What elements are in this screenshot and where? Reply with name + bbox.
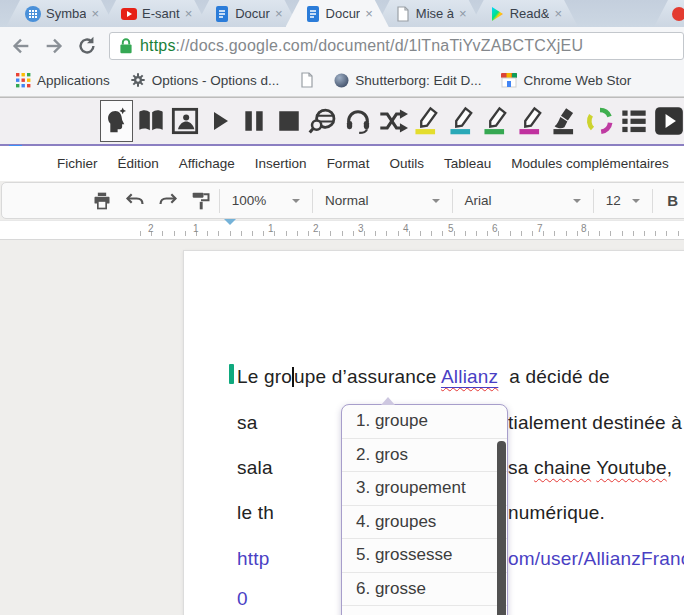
text-fragment[interactable]: sa [508, 457, 534, 478]
doc-line-4-left[interactable]: le th [237, 500, 274, 526]
zoom-select[interactable]: 100% [222, 188, 310, 214]
chevron-down-icon [573, 199, 581, 203]
menu-edition[interactable]: Édition [109, 150, 168, 177]
menu-insertion[interactable]: Insertion [246, 150, 316, 177]
text-fragment[interactable]: upe d’assurance [294, 366, 441, 387]
back-button[interactable] [10, 34, 33, 58]
tab-close-icon[interactable]: × [554, 7, 562, 20]
tab-close-icon[interactable]: × [275, 7, 283, 20]
menu-outils[interactable]: Outils [380, 150, 433, 177]
tab-document-1[interactable]: Docur × [195, 0, 298, 27]
tab-label: Docur [326, 6, 361, 21]
doc-line-6[interactable]: 0 [237, 586, 248, 612]
highlighter-teal-icon[interactable] [446, 101, 477, 141]
doc-line-3-left[interactable]: sala [237, 455, 273, 481]
chrome-web-store-icon [501, 73, 517, 88]
menu-fichier[interactable]: Fichier [48, 150, 107, 177]
font-select[interactable]: Arial [454, 188, 590, 214]
prediction-item[interactable]: 2. gros [342, 439, 507, 473]
tab-close-icon[interactable]: × [365, 7, 373, 20]
link-allianz[interactable]: Allianz [441, 366, 498, 387]
ruler-number: 1 [193, 223, 199, 234]
menu-affichage[interactable]: Affichage [170, 150, 244, 177]
forward-button[interactable] [43, 34, 66, 58]
font-size-select[interactable]: 12 [596, 188, 651, 214]
prediction-icon[interactable] [101, 101, 132, 141]
tab-close-icon[interactable]: × [185, 7, 193, 20]
bookmark-applications[interactable]: Applications [10, 70, 116, 91]
paint-format-icon[interactable] [184, 188, 217, 214]
doc-line-3-right[interactable]: sa chaine Youtube, [508, 455, 672, 481]
text-fragment[interactable]: sala [237, 457, 273, 478]
paragraph-style-select[interactable]: Normal [315, 188, 450, 214]
doc-line-5-right[interactable]: om/user/AllianzFranc [508, 546, 684, 572]
reload-button[interactable] [76, 34, 99, 58]
tab-read-write[interactable]: Read& × [470, 0, 578, 27]
tab-symbaloo[interactable]: Symba × [6, 0, 115, 27]
picture-dictionary-icon[interactable] [170, 101, 201, 141]
prediction-item[interactable]: 1. groupe [342, 405, 507, 439]
tab-close-icon[interactable]: × [459, 7, 467, 20]
link-fragment[interactable]: http [237, 548, 270, 569]
bold-button[interactable]: B [655, 192, 684, 209]
prediction-item[interactable]: 3. groupement [342, 472, 507, 506]
menu-format[interactable]: Format [318, 150, 379, 177]
stop-icon[interactable] [274, 101, 305, 141]
text-fragment[interactable]: Le gro [237, 366, 292, 387]
redo-icon[interactable] [151, 188, 184, 214]
prediction-item[interactable]: 4. groupes [342, 506, 507, 540]
doc-line-4-right[interactable]: numérique. [508, 500, 605, 526]
bookmark-label: Options - Options d... [152, 73, 280, 88]
highlighter-green-icon[interactable] [481, 101, 512, 141]
audio-maker-icon[interactable] [343, 101, 374, 141]
text-fragment[interactable]: numérique. [508, 502, 605, 523]
print-icon[interactable] [86, 188, 119, 214]
play-icon[interactable] [205, 101, 236, 141]
highlighter-pink-icon[interactable] [515, 101, 546, 141]
tab-document-2-active[interactable]: Docur × [286, 0, 389, 27]
pause-icon[interactable] [239, 101, 270, 141]
highlighter-yellow-icon[interactable] [412, 101, 443, 141]
bookmark-shutterborg[interactable]: Shutterborg: Edit D... [328, 70, 487, 91]
dictionary-icon[interactable] [136, 101, 167, 141]
clear-highlights-icon[interactable] [550, 101, 581, 141]
menu-modules[interactable]: Modules complémentaires [502, 150, 678, 177]
play-store-icon [489, 6, 505, 22]
link-fragment[interactable]: om/user/AllianzFranc [508, 548, 684, 569]
ruler[interactable]: 2 1 1 2 3 4 5 6 7 8 [0, 220, 684, 240]
doc-line-2-left[interactable]: sa [237, 410, 257, 436]
tab-partial[interactable] [654, 0, 684, 27]
doc-line-1[interactable]: Le groupe d’assurance Allianz a décidé d… [237, 364, 610, 390]
misspelled-word[interactable]: Youtube [596, 457, 666, 478]
text-fragment[interactable]: sa [237, 412, 257, 433]
doc-line-2-right[interactable]: tialement destinée à [508, 410, 682, 436]
style-value: Normal [325, 193, 369, 208]
tab-close-icon[interactable]: × [91, 7, 99, 20]
text-fragment[interactable]: a décidé de [498, 366, 609, 387]
word-prediction-dropdown: 1. groupe 2. gros 3. groupement 4. group… [341, 404, 508, 615]
bookmark-options[interactable]: Options - Options d... [124, 69, 286, 91]
collect-highlights-icon[interactable] [584, 101, 615, 141]
dropdown-scrollbar[interactable] [497, 441, 506, 615]
prediction-item[interactable]: 5. grossesse [342, 539, 507, 573]
address-bar[interactable]: https://docs.google.com/document/d/1lTna… [109, 32, 684, 60]
undo-icon[interactable] [119, 188, 152, 214]
prediction-item[interactable]: 6. grosse [342, 573, 507, 607]
tab-youtube[interactable]: E-sant × [102, 0, 208, 27]
collapse-toolbar-icon[interactable] [654, 101, 684, 141]
misspelled-word[interactable]: chaine [534, 457, 591, 478]
screenshot-reader-icon[interactable] [308, 101, 339, 141]
tab-label: Docur [235, 6, 270, 21]
tab-mise-a[interactable]: Mise à × [376, 0, 483, 27]
vocabulary-list-icon[interactable] [619, 101, 650, 141]
menu-tableau[interactable]: Tableau [435, 150, 500, 177]
text-fragment[interactable]: tialement destinée à [508, 412, 682, 433]
bookmark-untitled-page[interactable] [293, 69, 320, 91]
bookmark-web-store[interactable]: Chrome Web Stor [495, 70, 637, 91]
text-fragment[interactable]: , [667, 457, 672, 478]
link-fragment[interactable]: 0 [237, 588, 248, 609]
text-fragment[interactable]: le th [237, 502, 274, 523]
ruler-number: 2 [313, 223, 319, 234]
translator-icon[interactable] [377, 101, 408, 141]
doc-line-5-left[interactable]: http [237, 546, 270, 572]
